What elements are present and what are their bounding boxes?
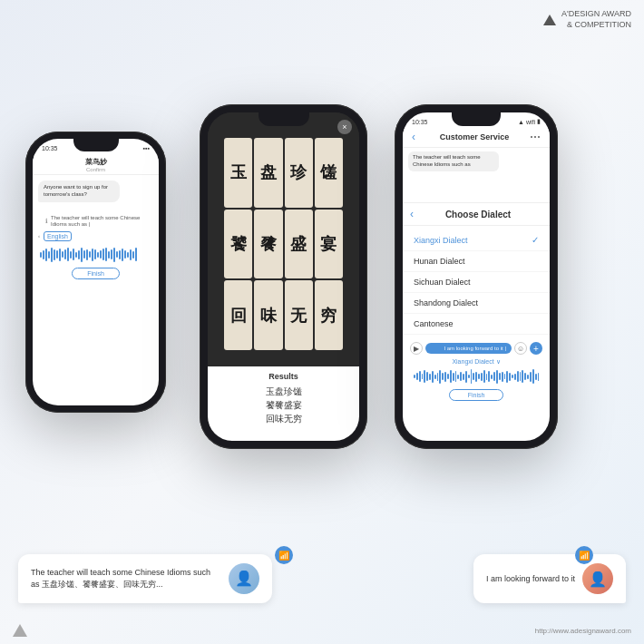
ocr-char-5: 餮 [260, 233, 277, 255]
rw-47 [532, 369, 534, 384]
avatar-person2: 👤 [582, 563, 613, 594]
rw-3 [419, 371, 421, 382]
play-icon[interactable]: ▶ [410, 342, 423, 355]
left-bubble-1-text: Anyone want to sign up for tomorrow's cl… [44, 184, 108, 197]
results-title: Results [217, 372, 350, 381]
rw-20 [463, 374, 464, 380]
ocr-char-2: 珍 [290, 161, 307, 183]
brand-bar: A'DESIGN AWARD & COMPETITION [543, 9, 631, 30]
person2-emoji: 👤 [589, 571, 607, 588]
avatar-person1: 👤 [229, 563, 259, 594]
wave-bar-24 [102, 249, 104, 260]
rw-31 [491, 375, 493, 379]
bottom-bubble-right: I am looking forward to it 👤 [473, 554, 626, 603]
dialect-name-2: Sichuan Dialect [414, 278, 471, 287]
dialect-name-1: Hunan Dialect [414, 257, 465, 266]
left-phone-notch [73, 139, 119, 151]
left-chat-subtitle: Confirm [40, 167, 151, 172]
wave-bar-16 [81, 248, 83, 262]
rw-45 [527, 375, 529, 379]
rw-24 [473, 373, 474, 380]
brand-logo-icon [543, 15, 556, 25]
rw-19 [460, 372, 462, 381]
right-chat-bubble-text: The teacher will teach some Chinese Idio… [413, 154, 481, 167]
dialect-tag[interactable]: Xiangxi Dialect ∨ [410, 358, 542, 366]
rw-22 [468, 375, 470, 378]
wave-bar-4 [48, 251, 50, 259]
wave-bar-5 [51, 248, 53, 262]
left-chat-title: 菜鸟妙 [40, 157, 151, 167]
ocr-grid: 玉 盘 珍 馐 饕 餮 盛 宴 回 味 无 穷 [224, 138, 343, 350]
rw-12 [442, 373, 444, 380]
rw-25 [475, 372, 477, 382]
ocr-cell-0: 玉 [224, 138, 252, 208]
dialect-item-1[interactable]: Hunan Dialect [403, 251, 550, 272]
center-phone-notch [259, 112, 309, 126]
dialect-item-0[interactable]: Xiangxi Dialect ✓ [403, 229, 550, 251]
rw-18 [457, 375, 459, 379]
rw-9 [434, 375, 436, 379]
wave-bar-6 [54, 249, 55, 260]
rw-43 [522, 370, 523, 383]
ocr-char-11: 穷 [320, 305, 337, 327]
ocr-char-1: 盘 [260, 161, 277, 183]
wave-bar-11 [67, 248, 69, 261]
right-status-icons: ▲ wifi ▮ [518, 118, 541, 125]
right-phone-notch [452, 112, 501, 126]
rw-33 [496, 370, 498, 384]
rw-10 [437, 373, 439, 381]
wave-bar-13 [73, 249, 74, 260]
wifi-badge-left: 📶 [275, 546, 293, 564]
right-phone-screen: 10:35 ▲ wifi ▮ ‹ Customer Service ⋯ The … [403, 112, 550, 441]
wave-bar-22 [97, 252, 99, 258]
rw-14 [447, 374, 449, 379]
rw-5 [424, 370, 425, 383]
rw-34 [499, 373, 501, 380]
right-finish-btn[interactable]: Finish [449, 389, 504, 401]
rw-46 [530, 372, 532, 382]
wave-bar-30 [119, 250, 121, 259]
ocr-cell-7: 宴 [315, 210, 343, 279]
add-icon[interactable]: + [530, 342, 542, 355]
wave-bar-36 [135, 248, 137, 261]
rw-42 [520, 372, 522, 381]
ocr-char-10: 无 [290, 305, 307, 327]
voice-text-1: I am looking forward to it | [444, 346, 506, 351]
ocr-cell-9: 味 [254, 280, 282, 350]
right-back-arrow-icon[interactable]: ‹ [412, 131, 415, 143]
left-phone-screen: 10:35 ▪▪▪ 菜鸟妙 Confirm Anyone want to sig… [33, 139, 159, 405]
dialect-item-4[interactable]: Cantonese [403, 314, 550, 335]
left-lang-select[interactable]: English [44, 231, 72, 241]
left-chat-area: Anyone want to sign up for tomorrow's cl… [33, 175, 159, 208]
rw-32 [493, 372, 495, 381]
rw-26 [478, 374, 480, 379]
left-lang-row: ‹ English [38, 229, 153, 243]
left-finish-btn[interactable]: Finish [72, 268, 120, 279]
rw-2 [416, 373, 418, 380]
emoji-icon[interactable]: ☺ [514, 342, 527, 355]
left-translate-section: ℹ The teacher will teach some Chinese Id… [33, 208, 159, 245]
dialect-name-3: Shandong Dialect [414, 298, 478, 307]
ocr-cell-1: 盘 [254, 138, 282, 208]
left-chat-header: 菜鸟妙 Confirm [33, 155, 159, 175]
right-chat-title: Customer Service [419, 132, 530, 141]
rw-37 [506, 371, 508, 383]
wifi-badge-right-icon: 📶 [575, 546, 593, 564]
dialect-item-3[interactable]: Shandong Dialect [403, 293, 550, 314]
rw-36 [504, 374, 506, 379]
bottom-url: http://www.adesignaward.com [535, 627, 631, 635]
dialect-list: Xiangxi Dialect ✓ Hunan Dialect Sichuan … [403, 226, 550, 338]
wave-bar-34 [130, 249, 132, 260]
right-more-icon[interactable]: ⋯ [530, 131, 541, 143]
left-translate-label: ℹ [45, 218, 48, 225]
rw-7 [429, 374, 431, 380]
left-phone: 10:35 ▪▪▪ 菜鸟妙 Confirm Anyone want to sig… [25, 132, 166, 413]
dialect-item-2[interactable]: Sichuan Dialect [403, 272, 550, 293]
right-status-time: 10:35 [412, 119, 428, 125]
wave-bar-35 [132, 251, 134, 259]
ocr-camera-view: × 玉 盘 珍 馐 饕 餮 盛 宴 回 味 无 穷 [208, 112, 359, 366]
left-status-time: 10:35 [42, 145, 58, 151]
rw-30 [488, 371, 490, 382]
wave-bar-8 [59, 249, 61, 261]
wifi-icon: wifi [526, 119, 535, 125]
